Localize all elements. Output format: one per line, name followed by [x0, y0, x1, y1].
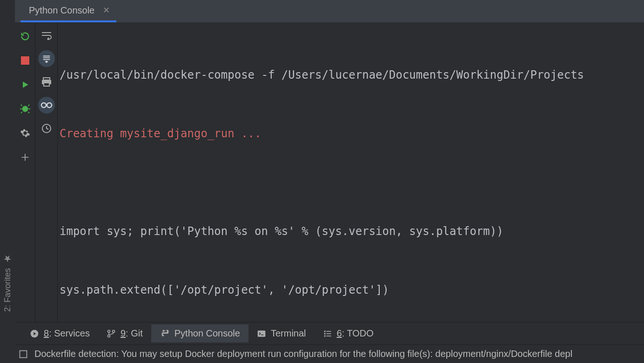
notification-icon[interactable]: [19, 350, 28, 359]
favorites-tool-tab[interactable]: 2: Favorites ★: [2, 253, 13, 312]
tab-git[interactable]: 9: Git: [98, 324, 151, 343]
play-circle-icon: [30, 329, 39, 338]
tab-label: Terminal: [271, 328, 306, 339]
svg-rect-18: [258, 330, 266, 336]
bottom-tool-tabs: 8: Services 9: Git Python Console Termin…: [15, 322, 644, 344]
svg-rect-10: [44, 83, 49, 86]
print-icon[interactable]: [40, 75, 53, 88]
stop-icon[interactable]: [19, 54, 32, 67]
svg-rect-8: [43, 78, 50, 80]
run-icon[interactable]: [19, 78, 32, 91]
tab-label: 9: Git: [121, 328, 143, 339]
scroll-to-end-icon[interactable]: [38, 50, 55, 67]
svg-rect-25: [20, 350, 27, 357]
settings-icon[interactable]: [19, 127, 32, 140]
console-line: /usr/local/bin/docker-compose -f /Users/…: [58, 65, 644, 85]
rerun-icon[interactable]: [19, 30, 32, 43]
svg-point-16: [107, 335, 110, 337]
console-line: sys.path.extend(['/opt/project', '/opt/p…: [58, 280, 644, 300]
new-session-icon[interactable]: [19, 151, 32, 164]
tab-label: Python Console: [174, 328, 240, 339]
python-console-tab[interactable]: Python Console ✕: [20, 0, 116, 22]
svg-rect-22: [326, 331, 331, 332]
tab-label: 8: Services: [44, 328, 90, 339]
run-toolbar: [15, 22, 35, 322]
branch-icon: [107, 329, 116, 338]
tab-services[interactable]: 8: Services: [21, 324, 98, 343]
list-icon: [323, 329, 332, 338]
console-toolbar: [35, 22, 58, 322]
svg-point-21: [324, 335, 325, 336]
star-icon: ★: [2, 253, 13, 264]
svg-point-1: [22, 106, 28, 112]
svg-line-7: [28, 112, 29, 113]
svg-point-17: [112, 330, 114, 332]
svg-point-15: [107, 330, 110, 332]
svg-point-20: [324, 333, 325, 334]
debug-icon[interactable]: [19, 102, 32, 115]
svg-rect-0: [21, 56, 29, 65]
history-icon[interactable]: [40, 122, 53, 135]
left-edge-sidebar: 2: Favorites ★: [0, 0, 15, 363]
python-icon: [160, 329, 170, 339]
tab-title: Python Console: [29, 5, 94, 16]
svg-rect-23: [326, 333, 331, 334]
tool-window-header: Python Console ✕: [15, 0, 644, 22]
favorites-label-text: 2: Favorites: [3, 268, 13, 312]
svg-point-19: [324, 330, 325, 332]
tab-todo[interactable]: 6: TODO: [315, 324, 382, 343]
status-bar: Dockerfile detection: You may setup Dock…: [15, 344, 644, 363]
svg-point-11: [41, 103, 46, 108]
close-icon[interactable]: ✕: [100, 5, 113, 15]
svg-point-12: [47, 103, 52, 108]
tab-terminal[interactable]: Terminal: [248, 324, 315, 343]
soft-wrap-icon[interactable]: [40, 29, 53, 42]
svg-line-5: [28, 105, 29, 106]
console-body-row: /usr/local/bin/docker-compose -f /Users/…: [15, 22, 644, 322]
console-line: Creating mysite_django_run ...: [58, 124, 644, 143]
terminal-icon: [257, 329, 266, 338]
console-output[interactable]: /usr/local/bin/docker-compose -f /Users/…: [58, 22, 644, 322]
svg-line-6: [20, 112, 22, 113]
console-line: import sys; print('Python %s on %s' % (s…: [58, 222, 644, 241]
tab-label: 6: TODO: [337, 328, 374, 339]
svg-rect-24: [326, 336, 331, 336]
show-variables-icon[interactable]: [38, 97, 55, 114]
tab-python-console[interactable]: Python Console: [151, 324, 248, 343]
main-column: Python Console ✕: [15, 0, 644, 363]
svg-line-4: [20, 105, 22, 106]
status-text: Dockerfile detection: You may setup Dock…: [34, 349, 572, 359]
